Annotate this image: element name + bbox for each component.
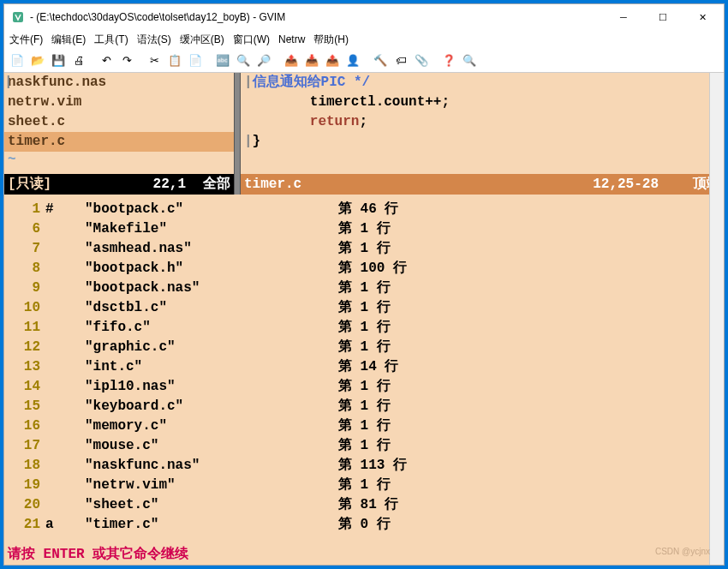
menu-item[interactable]: Netrw bbox=[278, 33, 305, 45]
code-line: |信息通知给PIC */ bbox=[241, 73, 724, 93]
toolbar-button[interactable]: ↷ bbox=[117, 51, 136, 70]
app-icon bbox=[11, 10, 25, 24]
file-list-item[interactable]: naskfunc.nas bbox=[4, 73, 234, 93]
buffer-row[interactable]: 18"naskfunc.nas"第 113 行 bbox=[4, 456, 724, 476]
menu-item[interactable]: 帮助(H) bbox=[313, 33, 349, 47]
toolbar-button[interactable]: 🏷 bbox=[391, 51, 410, 70]
buffer-name: "mouse.c" bbox=[85, 436, 338, 456]
buffer-flag bbox=[45, 318, 85, 338]
toolbar-button[interactable]: 📤 bbox=[282, 51, 301, 70]
watermark: CSDN @ycjnx bbox=[655, 547, 710, 556]
buffer-row[interactable]: 16"memory.c"第 1 行 bbox=[4, 416, 724, 436]
close-button[interactable]: ✕ bbox=[683, 4, 722, 30]
vertical-divider[interactable] bbox=[234, 73, 241, 174]
buffer-row[interactable]: 20"sheet.c"第 81 行 bbox=[4, 495, 724, 515]
buffer-row[interactable]: 13"int.c"第 14 行 bbox=[4, 357, 724, 377]
buffer-line: 第 1 行 bbox=[338, 397, 720, 416]
buffer-number: 19 bbox=[8, 476, 45, 495]
buffer-row[interactable]: 10"dsctbl.c"第 1 行 bbox=[4, 298, 724, 318]
titlebar[interactable]: - (E:\techdoc\30dayOS\code\tolset\day12_… bbox=[4, 4, 724, 30]
buffer-flag bbox=[45, 377, 85, 397]
buffer-row[interactable]: 21a"timer.c"第 0 行 bbox=[4, 515, 724, 535]
buffer-name: "bootpack.h" bbox=[85, 259, 338, 279]
buffer-row[interactable]: 8"bootpack.h"第 100 行 bbox=[4, 259, 724, 279]
toolbar-button[interactable]: 🔤 bbox=[213, 51, 232, 70]
buffer-name: "keyboard.c" bbox=[85, 397, 338, 416]
buffer-line: 第 1 行 bbox=[338, 476, 720, 495]
buffer-name: "fifo.c" bbox=[85, 318, 338, 338]
file-browser-pane[interactable]: | naskfunc.nasnetrw.vimsheet.ctimer.c ~ bbox=[4, 73, 234, 174]
buffer-flag bbox=[45, 219, 85, 239]
buffer-line: 第 1 行 bbox=[338, 436, 720, 456]
code-line: return; bbox=[241, 112, 724, 132]
code-pane[interactable]: |信息通知给PIC */ timerctl.count++; return;|} bbox=[241, 73, 724, 174]
buffer-flag bbox=[45, 279, 85, 298]
buffer-name: "bootpack.c" bbox=[85, 200, 338, 219]
buffer-number: 21 bbox=[8, 515, 45, 535]
buffer-flag bbox=[45, 495, 85, 515]
toolbar-button[interactable]: 📤 bbox=[323, 51, 342, 70]
menu-item[interactable]: 语法(S) bbox=[137, 33, 171, 47]
buffer-row[interactable]: 17"mouse.c"第 1 行 bbox=[4, 436, 724, 456]
buffer-row[interactable]: 12"graphic.c"第 1 行 bbox=[4, 338, 724, 357]
buffer-row[interactable]: 1#"bootpack.c"第 46 行 bbox=[4, 200, 724, 219]
buffer-name: "graphic.c" bbox=[85, 338, 338, 357]
file-list-item[interactable]: netrw.vim bbox=[4, 93, 234, 112]
buffer-name: "sheet.c" bbox=[85, 495, 338, 515]
buffer-name: "bootpack.nas" bbox=[85, 279, 338, 298]
toolbar-button[interactable]: 🔍 bbox=[234, 51, 253, 70]
toolbar-button[interactable]: 🖨 bbox=[69, 51, 88, 70]
buffer-number: 20 bbox=[8, 495, 45, 515]
toolbar-button[interactable]: 🔍 bbox=[460, 51, 479, 70]
toolbar-button[interactable]: 🔎 bbox=[254, 51, 273, 70]
menu-item[interactable]: 缓冲区(B) bbox=[180, 33, 224, 47]
buffer-row[interactable]: 14"ipl10.nas"第 1 行 bbox=[4, 377, 724, 397]
toolbar-button[interactable]: 🔨 bbox=[371, 51, 390, 70]
toolbar-button[interactable]: 👤 bbox=[343, 51, 362, 70]
toolbar-button[interactable]: 📄 bbox=[8, 51, 27, 70]
buffer-row[interactable]: 9"bootpack.nas"第 1 行 bbox=[4, 279, 724, 298]
scroll-percent-left: 全部 bbox=[203, 174, 230, 195]
file-list-item[interactable]: timer.c bbox=[4, 132, 234, 152]
window-title: - (E:\techdoc\30dayOS\code\tolset\day12_… bbox=[30, 11, 604, 23]
toolbar-button[interactable]: 📥 bbox=[302, 51, 321, 70]
buffer-row[interactable]: 6"Makefile"第 1 行 bbox=[4, 219, 724, 239]
menu-item[interactable]: 编辑(E) bbox=[51, 33, 86, 47]
minimize-button[interactable]: ─ bbox=[604, 4, 643, 30]
buffer-row[interactable]: 19"netrw.vim"第 1 行 bbox=[4, 476, 724, 495]
buffer-list[interactable]: 1#"bootpack.c"第 46 行6"Makefile"第 1 行7"as… bbox=[4, 195, 724, 544]
toolbar-button[interactable]: ↶ bbox=[97, 51, 116, 70]
app-window: - (E:\techdoc\30dayOS\code\tolset\day12_… bbox=[3, 3, 725, 566]
toolbar-button[interactable]: 💾 bbox=[49, 51, 68, 70]
command-prompt[interactable]: 请按 ENTER 或其它命令继续 bbox=[4, 544, 724, 565]
toolbar-button[interactable]: ❓ bbox=[439, 51, 458, 70]
window-controls: ─ ☐ ✕ bbox=[604, 4, 722, 30]
menu-item[interactable]: 工具(T) bbox=[94, 33, 128, 47]
buffer-name: "Makefile" bbox=[85, 219, 338, 239]
toolbar-button[interactable]: ✂ bbox=[145, 51, 164, 70]
menu-item[interactable]: 窗口(W) bbox=[233, 33, 270, 47]
buffer-row[interactable]: 15"keyboard.c"第 1 行 bbox=[4, 397, 724, 416]
buffer-name: "ipl10.nas" bbox=[85, 377, 338, 397]
vertical-scrollbar[interactable] bbox=[709, 73, 724, 565]
split-panes: | naskfunc.nasnetrw.vimsheet.ctimer.c ~ … bbox=[4, 73, 724, 174]
file-list: | naskfunc.nasnetrw.vimsheet.ctimer.c bbox=[4, 73, 234, 152]
buffer-line: 第 46 行 bbox=[338, 200, 720, 219]
toolbar-button[interactable]: 📎 bbox=[412, 51, 431, 70]
buffer-number: 17 bbox=[8, 436, 45, 456]
toolbar-button[interactable]: 📄 bbox=[186, 51, 205, 70]
maximize-button[interactable]: ☐ bbox=[643, 4, 683, 30]
buffer-flag bbox=[45, 476, 85, 495]
buffer-row[interactable]: 7"asmhead.nas"第 1 行 bbox=[4, 239, 724, 259]
buffer-flag bbox=[45, 259, 85, 279]
buffer-line: 第 1 行 bbox=[338, 298, 720, 318]
buffer-number: 10 bbox=[8, 298, 45, 318]
file-list-item[interactable]: sheet.c bbox=[4, 112, 234, 132]
tilde-marker: ~ bbox=[4, 152, 234, 167]
buffer-name: "timer.c" bbox=[85, 515, 338, 535]
toolbar-button[interactable]: 📂 bbox=[28, 51, 47, 70]
menu-item[interactable]: 文件(F) bbox=[9, 33, 43, 47]
toolbar-button[interactable]: 📋 bbox=[165, 51, 184, 70]
buffer-line: 第 1 行 bbox=[338, 239, 720, 259]
buffer-row[interactable]: 11"fifo.c"第 1 行 bbox=[4, 318, 724, 338]
